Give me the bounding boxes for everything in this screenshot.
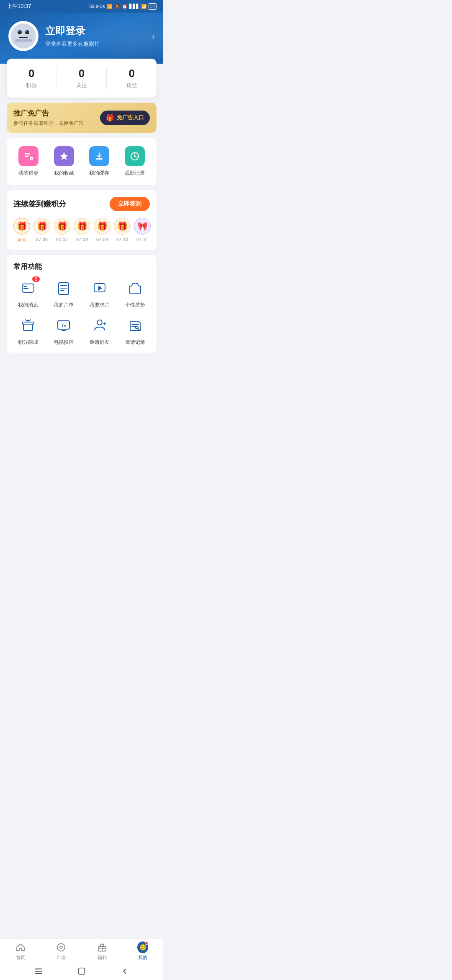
svg-rect-0 bbox=[25, 153, 30, 154]
func-shop[interactable]: 积分商城 bbox=[13, 315, 43, 346]
menu-item-watching[interactable]: + 我的追更 bbox=[18, 146, 39, 177]
func-label-request: 我要求片 bbox=[90, 302, 110, 309]
functions-grid: 2 我的消息 我的片单 bbox=[13, 278, 150, 346]
svg-rect-9 bbox=[21, 283, 25, 285]
svg-point-17 bbox=[97, 320, 102, 325]
day-gift-today: 🎁 bbox=[13, 218, 30, 235]
battery-icon: 54 bbox=[149, 3, 157, 10]
menu-item-history[interactable]: 观影记录 bbox=[125, 146, 145, 177]
promo-btn-label: 免广告入口 bbox=[117, 114, 144, 121]
avatar[interactable] bbox=[8, 21, 39, 51]
func-label-messages: 我的消息 bbox=[18, 302, 38, 309]
menu-label-history: 观影记录 bbox=[125, 170, 145, 177]
stat-following[interactable]: 0 关注 bbox=[56, 67, 107, 89]
day-label-5: 07-10 bbox=[116, 237, 128, 242]
func-tv[interactable]: TV 电视投屏 bbox=[49, 315, 79, 346]
alarm-icon: ⏰ bbox=[122, 4, 128, 9]
favorites-icon bbox=[54, 146, 74, 166]
svg-text:TV: TV bbox=[62, 324, 67, 328]
day-gift-1: 🎁 bbox=[33, 218, 50, 235]
func-invite[interactable]: 邀请好友 bbox=[85, 315, 114, 346]
svg-rect-1 bbox=[25, 155, 30, 155]
header-text: 立即登录 登录查看更多有趣剧片 bbox=[45, 24, 145, 48]
login-title: 立即登录 bbox=[45, 24, 145, 38]
signal-icon: ▋▋▋ bbox=[129, 4, 139, 9]
day-gift-3: 🎁 bbox=[74, 218, 90, 235]
quick-menu-grid: + 我的追更 我的收藏 bbox=[11, 146, 152, 177]
func-label-shop: 积分商城 bbox=[18, 339, 38, 346]
stat-fans[interactable]: 0 粉丝 bbox=[106, 67, 157, 89]
checkin-days: 🎁 今天 🎁 07-06 🎁 07-07 🎁 07-08 🎁 07-09 🎁 bbox=[13, 218, 150, 243]
header-arrow[interactable]: › bbox=[152, 31, 155, 41]
tv-icon: TV bbox=[54, 315, 74, 335]
volume-icon: 🔕 bbox=[114, 4, 120, 9]
func-label-inviterecord: 邀请记录 bbox=[125, 339, 145, 346]
svg-rect-2 bbox=[25, 156, 28, 157]
shop-icon bbox=[18, 315, 38, 335]
bluetooth-icon: 📶 bbox=[107, 4, 113, 9]
day-label-2: 07-07 bbox=[56, 237, 68, 242]
login-subtitle: 登录查看更多有趣剧片 bbox=[45, 40, 145, 48]
day-label-6: 07-11 bbox=[136, 237, 148, 242]
svg-rect-6 bbox=[96, 158, 103, 160]
watching-icon: + bbox=[18, 146, 39, 166]
func-playlist[interactable]: 我的片单 bbox=[49, 278, 79, 309]
wifi-icon: 📶 bbox=[141, 4, 147, 9]
gift-icon: 🎁 bbox=[106, 114, 114, 122]
day-3[interactable]: 🎁 07-08 bbox=[74, 218, 90, 243]
points-value: 0 bbox=[28, 67, 34, 80]
menu-item-favorites[interactable]: 我的收藏 bbox=[54, 146, 74, 177]
day-today[interactable]: 🎁 今天 bbox=[13, 218, 30, 243]
svg-marker-12 bbox=[98, 286, 102, 291]
profile-header: 立即登录 登录查看更多有趣剧片 › bbox=[0, 13, 163, 64]
points-label: 积分 bbox=[26, 82, 37, 89]
func-label-tv: 电视投屏 bbox=[54, 339, 74, 346]
following-value: 0 bbox=[79, 67, 85, 80]
day-2[interactable]: 🎁 07-07 bbox=[54, 218, 70, 243]
func-inviterecord[interactable]: 邀请记录 bbox=[121, 315, 150, 346]
menu-label-watching: 我的追更 bbox=[18, 170, 39, 177]
func-messages[interactable]: 2 我的消息 bbox=[13, 278, 43, 309]
stats-card: 0 积分 0 关注 0 粉丝 bbox=[7, 59, 157, 98]
message-icon: 2 bbox=[18, 278, 38, 298]
menu-label-favorites: 我的收藏 bbox=[54, 170, 74, 177]
fans-label: 粉丝 bbox=[126, 82, 137, 89]
day-1[interactable]: 🎁 07-06 bbox=[33, 218, 50, 243]
request-icon bbox=[90, 278, 110, 298]
fans-value: 0 bbox=[128, 67, 134, 80]
checkin-title: 连续签到赚积分 bbox=[13, 199, 66, 209]
func-outfit[interactable]: 个性装扮 bbox=[121, 278, 150, 309]
func-request[interactable]: 我要求片 bbox=[85, 278, 114, 309]
day-6[interactable]: 🎀 07-11 bbox=[134, 218, 151, 243]
day-gift-4: 🎁 bbox=[94, 218, 110, 235]
message-badge: 2 bbox=[32, 276, 40, 282]
day-gift-2: 🎁 bbox=[54, 218, 70, 235]
playlist-icon bbox=[54, 278, 74, 298]
common-functions-title: 常用功能 bbox=[13, 262, 150, 271]
stat-points[interactable]: 0 积分 bbox=[7, 67, 56, 89]
status-bar: 上午10:37 59.9K/s 📶 🔕 ⏰ ▋▋▋ 📶 54 bbox=[0, 0, 163, 13]
menu-label-cache: 我的缓存 bbox=[89, 170, 109, 177]
status-time: 上午10:37 bbox=[7, 3, 31, 10]
following-label: 关注 bbox=[76, 82, 87, 89]
inviterecord-icon bbox=[125, 315, 145, 335]
common-functions: 常用功能 2 我的消息 bbox=[7, 255, 157, 353]
day-gift-5: 🎁 bbox=[114, 218, 131, 235]
status-right: 59.9K/s 📶 🔕 ⏰ ▋▋▋ 📶 54 bbox=[90, 3, 157, 10]
promo-banner[interactable]: 推广免广告 参与任务领取积分，兑换免广告 🎁 免广告入口 bbox=[7, 103, 157, 133]
func-label-outfit: 个性装扮 bbox=[125, 302, 145, 309]
checkin-button[interactable]: 立即签到 bbox=[110, 197, 150, 211]
day-4[interactable]: 🎁 07-09 bbox=[94, 218, 110, 243]
func-label-invite: 邀请好友 bbox=[90, 339, 110, 346]
cache-icon bbox=[89, 146, 109, 166]
network-speed: 59.9K/s bbox=[90, 4, 105, 9]
promo-button[interactable]: 🎁 免广告入口 bbox=[100, 111, 150, 125]
day-5[interactable]: 🎁 07-10 bbox=[114, 218, 131, 243]
day-gift-6: 🎀 bbox=[134, 218, 151, 235]
menu-item-cache[interactable]: 我的缓存 bbox=[89, 146, 109, 177]
func-label-playlist: 我的片单 bbox=[54, 302, 74, 309]
outfit-icon bbox=[125, 278, 145, 298]
day-label-today: 今天 bbox=[17, 237, 26, 243]
invite-icon bbox=[90, 315, 110, 335]
checkin-section: 连续签到赚积分 立即签到 🎁 今天 🎁 07-06 🎁 07-07 🎁 07-0… bbox=[7, 190, 157, 250]
